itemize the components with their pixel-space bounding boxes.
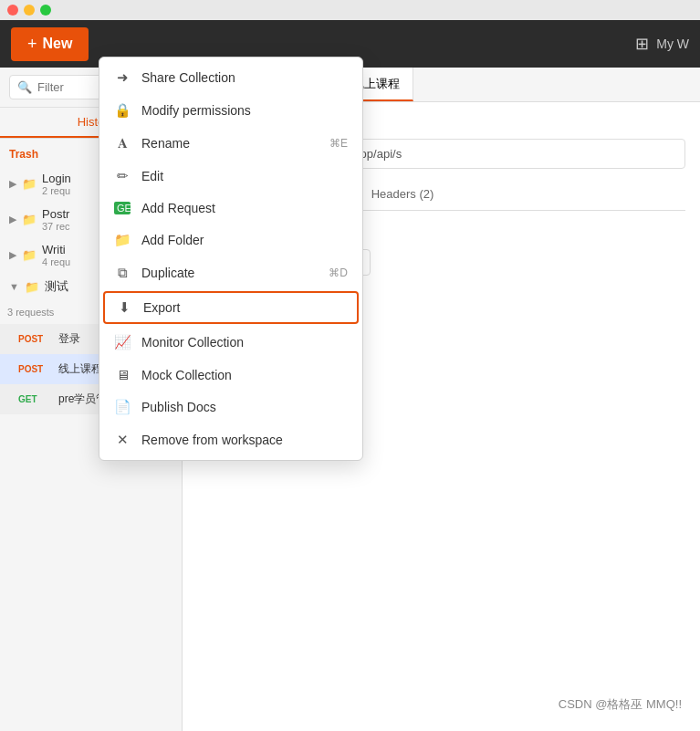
menu-item-label: Add Folder <box>141 233 204 247</box>
caret-icon: ▶ <box>9 249 16 261</box>
context-menu: ➜ Share Collection 🔒 Modify permissions … <box>99 57 363 461</box>
menu-item-permissions[interactable]: 🔒 Modify permissions <box>99 94 362 127</box>
menu-item-remove[interactable]: ✕ Remove from workspace <box>99 423 362 456</box>
share-icon: ➜ <box>114 69 131 86</box>
menu-item-label: Export <box>143 300 180 315</box>
menu-item-label: Share Collection <box>141 70 235 85</box>
grid-icon[interactable]: ⊞ <box>635 34 649 54</box>
rename-icon: 𝐀 <box>114 135 131 151</box>
menu-item-edit[interactable]: ✏ Edit <box>99 160 362 193</box>
menu-item-label: Rename <box>141 136 190 151</box>
add-request-icon: GET <box>114 202 131 214</box>
menu-item-label: Modify permissions <box>141 103 251 118</box>
watermark: CSDN @格格巫 MMQ!! <box>559 696 682 713</box>
menu-item-mock[interactable]: 🖥 Mock Collection <box>99 359 362 391</box>
new-button-label: New <box>43 36 73 52</box>
shortcut-label: ⌘E <box>329 137 348 150</box>
monitor-icon: 📈 <box>114 334 131 350</box>
menu-item-export[interactable]: ⬇ Export <box>103 291 359 324</box>
title-bar <box>0 0 700 20</box>
folder-icon: 📁 <box>22 213 37 226</box>
duplicate-icon: ⧉ <box>114 265 131 281</box>
shortcut-label: ⌘D <box>329 266 348 279</box>
folder-icon: 📁 <box>25 280 39 294</box>
menu-item-publish[interactable]: 📄 Publish Docs <box>99 391 362 423</box>
maximize-button[interactable] <box>40 5 51 16</box>
minimize-button[interactable] <box>24 5 35 16</box>
menu-item-monitor[interactable]: 📈 Monitor Collection <box>99 326 362 359</box>
menu-item-label: Duplicate <box>141 266 194 280</box>
header-right: ⊞ My W <box>635 34 689 54</box>
tab-headers[interactable]: Headers (2) <box>359 180 447 210</box>
method-badge: POST <box>18 334 51 344</box>
caret-icon: ▼ <box>9 281 19 292</box>
menu-item-rename[interactable]: 𝐀 Rename ⌘E <box>99 127 362 160</box>
menu-item-label: Remove from workspace <box>141 433 283 447</box>
publish-icon: 📄 <box>114 399 131 415</box>
workspace-label: My W <box>656 37 689 51</box>
menu-item-duplicate[interactable]: ⧉ Duplicate ⌘D <box>99 256 362 289</box>
export-icon: ⬇ <box>116 299 132 316</box>
method-badge: POST <box>18 364 51 374</box>
menu-item-label: Add Request <box>141 201 215 215</box>
caret-icon: ▶ <box>9 214 16 225</box>
lock-icon: 🔒 <box>114 102 131 119</box>
menu-item-share[interactable]: ➜ Share Collection <box>99 61 362 94</box>
add-folder-icon: 📁 <box>114 232 131 248</box>
mock-icon: 🖥 <box>114 367 131 382</box>
new-button[interactable]: + New <box>11 27 89 61</box>
sub-item-name: 登录 <box>58 331 80 347</box>
search-icon: 🔍 <box>17 80 32 94</box>
folder-icon: 📁 <box>22 248 37 262</box>
menu-item-label: Mock Collection <box>141 368 232 382</box>
menu-item-label: Edit <box>141 169 163 183</box>
menu-item-label: Monitor Collection <box>141 335 244 350</box>
method-badge: GET <box>18 394 51 404</box>
menu-item-add-folder[interactable]: 📁 Add Folder <box>99 224 362 256</box>
menu-item-add-request[interactable]: GET Add Request <box>99 193 362 224</box>
folder-icon: 📁 <box>22 177 37 191</box>
plus-icon: + <box>27 35 37 54</box>
menu-item-label: Publish Docs <box>141 400 216 414</box>
caret-icon: ▶ <box>9 178 16 190</box>
remove-icon: ✕ <box>114 432 131 448</box>
close-button[interactable] <box>7 5 18 16</box>
sub-item-name: 线上课程 <box>58 361 102 377</box>
edit-icon: ✏ <box>114 168 131 184</box>
